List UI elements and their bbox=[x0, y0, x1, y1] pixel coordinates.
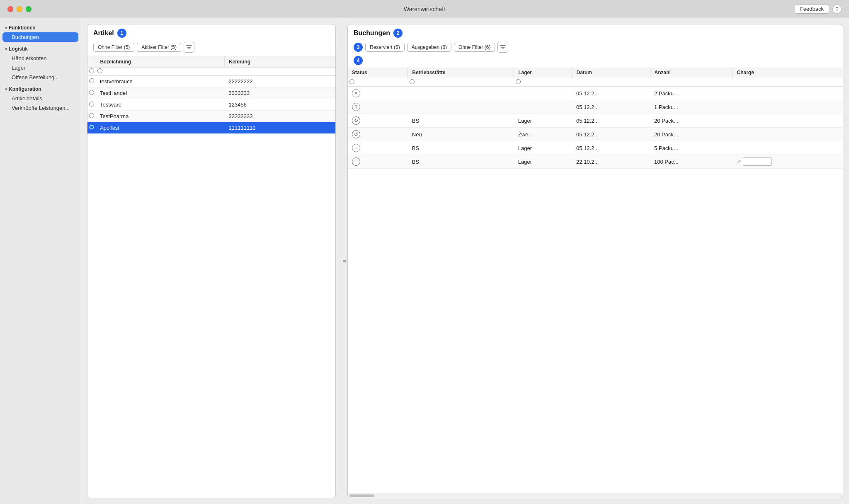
cell-status: ✕ bbox=[348, 87, 408, 100]
cell-charge bbox=[733, 141, 843, 155]
status-undo-icon: ↺ bbox=[352, 130, 360, 138]
artikel-table[interactable]: Bezeichnung Kennung bbox=[87, 56, 335, 498]
cell-lager: Lager bbox=[514, 155, 572, 169]
buchungen-scrollbar[interactable] bbox=[348, 493, 843, 498]
maximize-button[interactable] bbox=[26, 6, 32, 12]
artikel-panel: Artikel 1 Ohne Filter (5) Aktiver Filter… bbox=[87, 24, 336, 498]
status-?-icon: ? bbox=[352, 103, 360, 111]
cell-datum: 05.12.2... bbox=[572, 114, 650, 128]
table-row[interactable]: ✕ 05.12.2... 2 Packu... bbox=[348, 87, 843, 100]
charge-input[interactable] bbox=[743, 158, 772, 166]
cell-kennung: 111111111 bbox=[225, 122, 335, 134]
cell-lager: Lager bbox=[514, 114, 572, 128]
table-row[interactable]: ? 05.12.2... 1 Packu... bbox=[348, 100, 843, 114]
sidebar-item-label-artikeldetails: Artikeldetails bbox=[12, 95, 42, 102]
status-x-icon: ✕ bbox=[352, 89, 360, 97]
table-row[interactable]: ↻ BS Lager 05.12.2... 20 Pack... bbox=[348, 114, 843, 128]
cell-betriebsstaette: Neu bbox=[408, 128, 514, 141]
status-refresh-icon: ↻ bbox=[352, 116, 360, 125]
cell-anzahl: 20 Pack... bbox=[650, 114, 733, 128]
col-header-status: Status bbox=[348, 67, 408, 78]
buchungen-ohne-filter-button[interactable]: Ohne Filter (6) bbox=[454, 43, 495, 52]
col-filter-radio-kennung[interactable] bbox=[97, 68, 102, 73]
sidebar-section-label-logistik: Logistik bbox=[9, 46, 28, 52]
sidebar-item-label-haendlerkonten: Händlerkonten bbox=[12, 55, 47, 61]
table-row[interactable]: Testware 123456 bbox=[87, 99, 335, 111]
cell-anzahl: 5 Packu... bbox=[650, 141, 733, 155]
row-radio[interactable] bbox=[87, 111, 96, 122]
artikel-filter-toolbar: Ohne Filter (5) Aktiver Filter (5) bbox=[87, 40, 335, 56]
sidebar-item-artikeldetails[interactable]: Artikeldetails bbox=[0, 94, 81, 103]
sidebar-item-haendlerkonten[interactable]: Händlerkonten bbox=[0, 53, 81, 63]
help-button[interactable]: ? bbox=[832, 5, 842, 14]
artikel-ohne-filter-button[interactable]: Ohne Filter (5) bbox=[93, 43, 134, 52]
sidebar-section-funktionen[interactable]: ▾ Funktionen bbox=[0, 23, 81, 32]
artikel-badge: 1 bbox=[117, 29, 126, 38]
cell-lager bbox=[514, 100, 572, 114]
scroll-thumb[interactable] bbox=[349, 494, 374, 497]
buchungen-step-badge: 4 bbox=[354, 56, 363, 65]
sidebar-item-label-verknuepfte-leistungen: Verknüpfte Leistungen... bbox=[12, 105, 70, 111]
col-header-bezeichnung: Bezeichnung bbox=[96, 56, 225, 68]
buchungen-reserviert-button[interactable]: Reserviert (6) bbox=[365, 43, 405, 52]
artikel-filter-icon-button[interactable] bbox=[184, 42, 194, 53]
col-filter-radio-bezeichnung[interactable] bbox=[89, 68, 94, 73]
col-header-betriebsstaette: Betriebsstätte bbox=[408, 67, 514, 78]
filter-icon bbox=[500, 44, 506, 50]
artikel-panel-header: Artikel 1 bbox=[87, 24, 335, 40]
buchungen-filter-icon-button[interactable] bbox=[497, 42, 508, 53]
col-filter-betriebsstaette[interactable] bbox=[410, 79, 415, 84]
cell-charge bbox=[733, 114, 843, 128]
sidebar-item-lager[interactable]: Lager bbox=[0, 63, 81, 73]
close-button[interactable] bbox=[7, 6, 13, 12]
cell-betriebsstaette: BS bbox=[408, 114, 514, 128]
col-header-kennung: Kennung bbox=[225, 56, 335, 68]
artikel-aktiver-filter-button[interactable]: Aktiver Filter (5) bbox=[137, 43, 181, 52]
cell-status: ↻ bbox=[348, 114, 408, 128]
table-row[interactable]: ↺ Neu Zwe... 05.12.2... 20 Pack... bbox=[348, 128, 843, 141]
status-arrow-right-icon: → bbox=[352, 144, 360, 152]
col-header-lager: Lager bbox=[514, 67, 572, 78]
cell-kennung: 3333333 bbox=[225, 87, 335, 99]
buchungen-panel: Buchungen 2 3 Reserviert (6) Ausgegeben … bbox=[347, 24, 843, 498]
status-arrow-left-icon: ← bbox=[352, 158, 360, 166]
buchungen-filter-badge: 3 bbox=[354, 43, 363, 52]
buchungen-table[interactable]: Status Betriebsstätte Lager Datum Anzahl… bbox=[348, 67, 843, 493]
col-header-anzahl: Anzahl bbox=[650, 67, 733, 78]
col-header-datum: Datum bbox=[572, 67, 650, 78]
sidebar-item-offene-bestellung[interactable]: Offene Bestellung... bbox=[0, 73, 81, 82]
feedback-button[interactable]: Feedback bbox=[795, 4, 829, 14]
sidebar-item-verknuepfte-leistungen[interactable]: Verknüpfte Leistungen... bbox=[0, 103, 81, 113]
table-row[interactable]: ApoTest 111111111 bbox=[87, 122, 335, 134]
cell-anzahl: 1 Packu... bbox=[650, 100, 733, 114]
row-radio[interactable] bbox=[87, 99, 96, 111]
buchungen-ausgegeben-button[interactable]: Ausgegeben (6) bbox=[407, 43, 451, 52]
cell-anzahl: 2 Packu... bbox=[650, 87, 733, 100]
sidebar-section-label-funktionen: Funktionen bbox=[9, 25, 36, 31]
cell-status: ? bbox=[348, 100, 408, 114]
sidebar-item-label-lager: Lager bbox=[12, 65, 25, 71]
col-filter-lager[interactable] bbox=[516, 79, 521, 84]
col-filter-status[interactable] bbox=[349, 79, 354, 84]
sidebar-section-konfiguration[interactable]: ▾ Konfiguration bbox=[0, 85, 81, 94]
row-radio[interactable] bbox=[87, 122, 96, 134]
sidebar-section-logistik[interactable]: ▾ Logistik bbox=[0, 44, 81, 53]
row-radio[interactable] bbox=[87, 76, 96, 87]
table-row[interactable]: testverbrauch 22222222 bbox=[87, 76, 335, 87]
table-row[interactable]: TestPharma 33333333 bbox=[87, 111, 335, 122]
minimize-button[interactable] bbox=[17, 6, 22, 12]
table-row[interactable]: ← BS Lager 22.10.2... 100 Pac... ⇗ bbox=[348, 155, 843, 169]
cell-bezeichnung: TestHandel bbox=[96, 87, 225, 99]
table-row[interactable]: TestHandel 3333333 bbox=[87, 87, 335, 99]
sidebar-item-buchungen[interactable]: Buchungen bbox=[2, 32, 78, 42]
titlebar: Warenwirtschaft Feedback ? bbox=[0, 0, 849, 18]
table-row[interactable]: → BS Lager 05.12.2... 5 Packu... bbox=[348, 141, 843, 155]
cell-betriebsstaette: BS bbox=[408, 141, 514, 155]
cell-bezeichnung: testverbrauch bbox=[96, 76, 225, 87]
content-area: Artikel 1 Ohne Filter (5) Aktiver Filter… bbox=[81, 18, 849, 504]
titlebar-actions: Feedback ? bbox=[795, 4, 842, 14]
cell-kennung: 123456 bbox=[225, 99, 335, 111]
row-radio[interactable] bbox=[87, 87, 96, 99]
cell-status: ← bbox=[348, 155, 408, 169]
cell-betriebsstaette: BS bbox=[408, 155, 514, 169]
